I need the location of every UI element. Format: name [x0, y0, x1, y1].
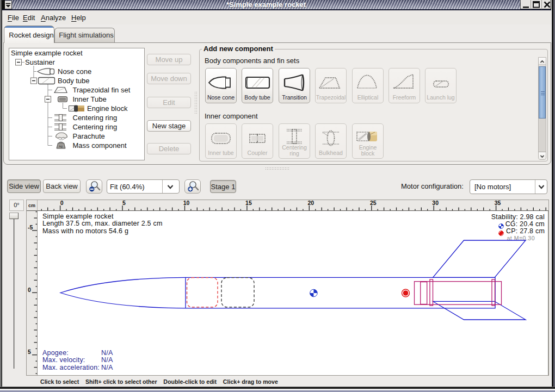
- svg-text:0: 0: [60, 200, 64, 206]
- svg-text:Parachute: Parachute: [73, 132, 105, 140]
- svg-text:35: 35: [495, 200, 501, 206]
- svg-text:kg: kg: [59, 145, 63, 148]
- svg-text:Sustainer: Sustainer: [25, 58, 55, 66]
- svg-text:5: 5: [28, 349, 31, 355]
- svg-text:Simple example rocket: Simple example rocket: [11, 49, 83, 57]
- svg-text:25: 25: [370, 200, 377, 206]
- svg-text:0: 0: [28, 287, 31, 293]
- svg-text:20: 20: [307, 200, 314, 206]
- svg-text:Engine block: Engine block: [87, 104, 128, 113]
- svg-text:10: 10: [183, 200, 190, 206]
- svg-text:5: 5: [122, 200, 126, 206]
- svg-text:Inner Tube: Inner Tube: [73, 95, 107, 103]
- svg-text:30: 30: [432, 200, 439, 206]
- svg-text:Nose cone: Nose cone: [58, 67, 91, 76]
- svg-text:Trapezoidal fin set: Trapezoidal fin set: [73, 86, 131, 94]
- svg-text:15: 15: [245, 200, 252, 206]
- svg-text:Mass component: Mass component: [73, 141, 127, 150]
- svg-text:Body tube: Body tube: [58, 77, 90, 85]
- svg-text:-5: -5: [28, 224, 33, 231]
- svg-text:Centering ring: Centering ring: [73, 114, 118, 122]
- svg-text:Centering ring: Centering ring: [73, 123, 118, 131]
